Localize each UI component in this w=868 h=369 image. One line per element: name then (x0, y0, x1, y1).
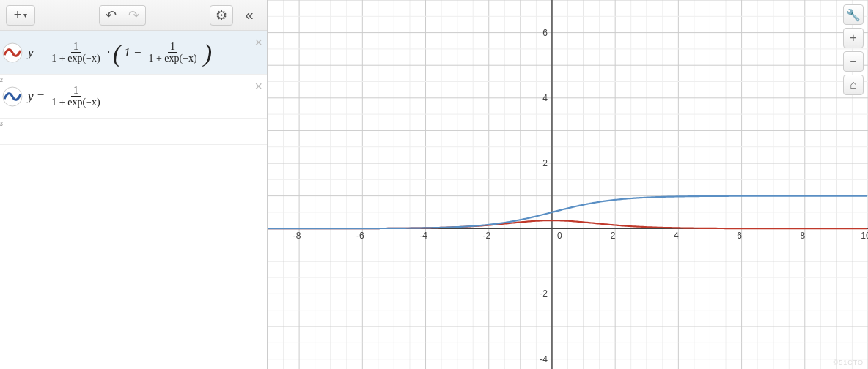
svg-text:-2: -2 (482, 231, 490, 241)
wave-icon[interactable] (1, 42, 23, 64)
svg-text:6: 6 (542, 28, 548, 38)
svg-text:-6: -6 (356, 231, 364, 241)
expression-formula[interactable]: y = 11 + exp(−x) (28, 85, 245, 108)
svg-text:0: 0 (557, 231, 562, 241)
plus-icon: + (14, 7, 22, 23)
formula-text: · (107, 45, 110, 60)
delete-expression-button[interactable]: × (254, 35, 262, 51)
zoom-out-button[interactable]: − (843, 51, 864, 72)
fraction-numerator: 1 (71, 41, 81, 53)
graph-controls: 🔧 + − ⌂ (843, 4, 864, 95)
paren-open: ( (113, 46, 121, 61)
graph-canvas[interactable]: -8-6-4-20246810-4-2246 (268, 0, 868, 369)
home-button[interactable]: ⌂ (843, 75, 864, 95)
fraction-denominator: 1 + exp(−x) (51, 53, 100, 64)
caret-down-icon: ▾ (23, 11, 27, 19)
svg-text:-4: -4 (419, 231, 427, 241)
svg-text:2: 2 (542, 158, 548, 168)
formula-text: y = (28, 45, 45, 60)
svg-text:4: 4 (542, 93, 548, 103)
paren-close: ) (204, 46, 212, 61)
wave-icon[interactable] (1, 86, 23, 108)
redo-icon: ↷ (128, 7, 139, 23)
expression-list: 1 y = 11 + exp(−x) · ( 1 − 11 + exp(−x) … (0, 31, 267, 369)
row-index: 3 (0, 120, 3, 127)
svg-text:-4: -4 (540, 354, 548, 365)
svg-text:4: 4 (674, 231, 679, 241)
undo-button[interactable]: ↶ (99, 5, 122, 26)
formula-text: y = (28, 89, 45, 104)
graph-area[interactable]: -8-6-4-20246810-4-2246 🔧 + − ⌂ ©51CTO (268, 0, 868, 369)
zoom-in-button[interactable]: + (843, 28, 864, 48)
undo-icon: ↶ (106, 7, 117, 23)
settings-button[interactable]: ⚙ (210, 5, 233, 26)
home-icon: ⌂ (850, 78, 857, 92)
add-expression-button[interactable]: + ▾ (6, 5, 35, 26)
fraction-denominator: 1 + exp(−x) (51, 97, 100, 108)
svg-text:6: 6 (737, 231, 742, 241)
fraction-denominator: 1 + exp(−x) (148, 53, 196, 64)
expression-formula[interactable]: y = 11 + exp(−x) · ( 1 − 11 + exp(−x) ) (28, 41, 245, 64)
svg-text:2: 2 (611, 231, 616, 241)
delete-expression-button[interactable]: × (254, 79, 262, 94)
watermark: ©51CTO (834, 359, 864, 366)
minus-icon: − (850, 55, 856, 68)
collapse-panel-button[interactable]: « (238, 5, 261, 26)
svg-text:8: 8 (800, 231, 805, 241)
wrench-icon: 🔧 (846, 8, 861, 22)
svg-text:-2: -2 (540, 288, 548, 299)
expression-row-empty[interactable]: 3 (0, 119, 267, 145)
gear-icon: ⚙ (216, 7, 227, 23)
expression-row[interactable]: 1 y = 11 + exp(−x) · ( 1 − 11 + exp(−x) … (0, 31, 267, 75)
chevron-left-icon: « (245, 7, 253, 23)
fraction-numerator: 1 (71, 85, 81, 97)
plus-icon: + (850, 31, 856, 45)
row-index: 2 (0, 76, 3, 83)
toolbar: + ▾ ↶ ↷ ⚙ « (0, 0, 267, 31)
graph-settings-button[interactable]: 🔧 (843, 4, 864, 25)
formula-text: 1 − (124, 45, 141, 60)
svg-text:-8: -8 (293, 231, 301, 241)
fraction-numerator: 1 (168, 41, 177, 53)
svg-text:10: 10 (861, 231, 868, 241)
redo-button[interactable]: ↷ (122, 5, 146, 26)
expression-panel: + ▾ ↶ ↷ ⚙ « 1 y = 11 + exp(−x) · ( (0, 0, 268, 369)
expression-row[interactable]: 2 y = 11 + exp(−x) × (0, 75, 267, 119)
